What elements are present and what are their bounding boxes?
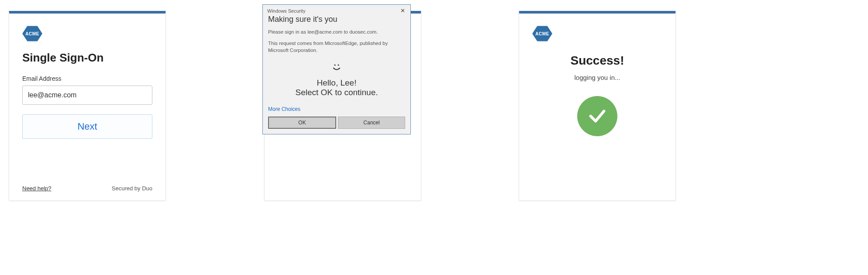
dialog-title: Windows Security: [267, 8, 305, 14]
card-footer: Need help? Secured by Duo: [22, 185, 152, 192]
smiley-icon: [263, 62, 410, 75]
acme-logo: ACME: [532, 25, 552, 42]
acme-logo-text: ACME: [25, 31, 39, 36]
sso-title: Single Sign-On: [22, 51, 152, 65]
dialog-instruction-1: Please sign in as lee@acme.com to duosec…: [263, 28, 410, 35]
success-title: Success!: [571, 54, 624, 68]
acme-logo: ACME: [22, 25, 42, 42]
dialog-instruction-2: This request comes from MicrosoftEdge, p…: [263, 40, 410, 54]
svg-point-1: [338, 65, 339, 66]
email-field[interactable]: [22, 86, 152, 105]
email-label: Email Address: [22, 75, 152, 82]
success-check-icon: [577, 96, 617, 136]
cancel-button[interactable]: Cancel: [338, 117, 405, 129]
sso-success-card: ACME Success! logging you in...: [519, 11, 676, 201]
next-button[interactable]: Next: [22, 114, 152, 139]
secured-by-label: Secured by Duo: [112, 185, 152, 192]
acme-logo-text: ACME: [535, 31, 549, 36]
dialog-heading: Making sure it's you: [263, 15, 410, 28]
dialog-titlebar: Windows Security ✕: [263, 5, 410, 15]
hello-text: Hello, Lee!: [263, 78, 410, 88]
ok-button[interactable]: OK: [268, 117, 336, 129]
close-icon[interactable]: ✕: [399, 7, 407, 14]
more-choices-link[interactable]: More Choices: [263, 106, 410, 112]
need-help-link[interactable]: Need help?: [22, 185, 52, 192]
dialog-button-row: OK Cancel: [263, 117, 410, 134]
select-ok-text: Select OK to continue.: [263, 88, 410, 97]
svg-point-0: [334, 65, 335, 66]
success-subtitle: logging you in...: [574, 74, 620, 81]
sso-login-card: ACME Single Sign-On Email Address Next N…: [9, 11, 166, 201]
windows-security-dialog: Windows Security ✕ Making sure it's you …: [262, 4, 411, 134]
